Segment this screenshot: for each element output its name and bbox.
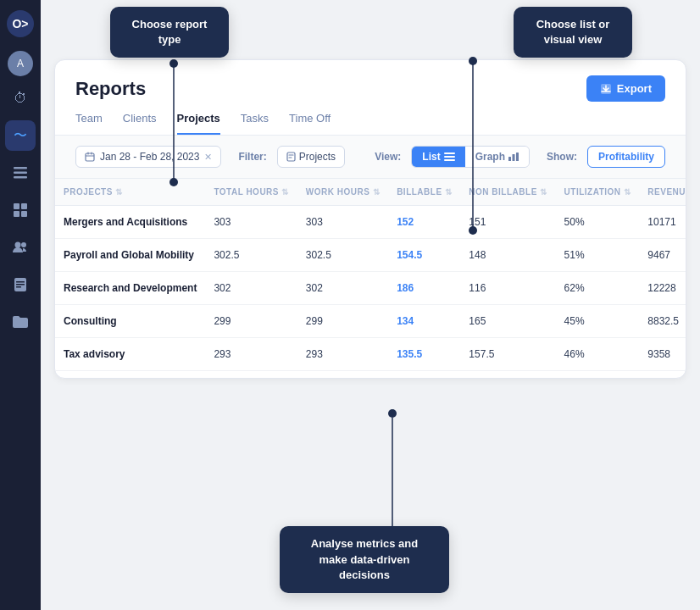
work-hours-cell: 302.5 (297, 239, 388, 272)
filter-label: Filter: (238, 151, 266, 163)
work-hours-cell: 302 (297, 272, 388, 305)
date-range-filter[interactable]: Jan 28 - Feb 28, 2023 ✕ (75, 146, 221, 168)
table-row: Mergers and Acquisitions 303 303 152 151… (55, 206, 686, 239)
work-hours-cell: 293 (297, 338, 388, 371)
revenues-cell: 8832.5 (639, 305, 686, 338)
revenues-cell: 9467 (639, 239, 686, 272)
svg-rect-6 (21, 211, 27, 217)
col-total-hours: TOTAL HOURS ⇅ (205, 179, 297, 206)
revenues-cell: 10171 (639, 206, 686, 239)
table-row: Consulting 299 299 134 165 45% 8832.5 52… (55, 305, 686, 338)
revenues-cell: 9358 (639, 338, 686, 371)
svg-rect-21 (516, 152, 519, 161)
tabs-bar: Team Clients Projects Tasks Time Off (55, 102, 686, 136)
avatar-icon[interactable]: A (8, 51, 33, 76)
utilization-cell: 62% (556, 272, 640, 305)
table-row: Tax advisory 293 293 135.5 157.5 46% 935… (55, 338, 686, 371)
sidebar-item-timer[interactable]: ⏱ (5, 83, 36, 114)
project-name-cell: Payroll and Global Mobility (55, 239, 205, 272)
svg-rect-0 (14, 167, 27, 169)
tab-team[interactable]: Team (75, 112, 103, 135)
data-table: PROJECTS ⇅ TOTAL HOURS ⇅ WORK HOURS ⇅ BI… (55, 179, 686, 371)
col-revenues: REVENUES ⇅ (639, 179, 686, 206)
filter-tag[interactable]: Projects (277, 146, 345, 168)
sidebar-item-document[interactable] (5, 269, 36, 300)
svg-rect-17 (444, 156, 455, 158)
project-name-cell: Mergers and Acquisitions (55, 206, 205, 239)
sidebar-logo[interactable]: O> (7, 10, 34, 37)
non-billable-cell: 116 (460, 272, 555, 305)
svg-rect-15 (287, 152, 295, 161)
utilization-cell: 45% (556, 305, 640, 338)
svg-rect-12 (16, 286, 21, 288)
total-hours-cell: 303 (205, 206, 297, 239)
revenues-cell: 12228 (639, 272, 686, 305)
sidebar-item-people[interactable] (5, 232, 36, 263)
total-hours-cell: 302.5 (205, 239, 297, 272)
svg-rect-14 (86, 153, 94, 161)
utilization-cell: 51% (556, 239, 640, 272)
card-header: Reports Export (55, 60, 686, 102)
svg-rect-19 (508, 157, 511, 161)
report-card: Reports Export Team Clients Projects Tas… (54, 59, 686, 379)
sidebar-item-folder[interactable] (5, 307, 36, 337)
project-name-cell: Research and Development (55, 272, 205, 305)
col-projects: PROJECTS ⇅ (55, 179, 205, 206)
total-hours-cell: 299 (205, 305, 297, 338)
svg-rect-18 (444, 159, 455, 161)
toolbar: Jan 28 - Feb 28, 2023 ✕ Filter: Projects… (55, 136, 686, 179)
svg-rect-11 (16, 284, 25, 286)
svg-rect-2 (14, 176, 27, 179)
billable-cell: 186 (388, 272, 460, 305)
data-table-wrap: PROJECTS ⇅ TOTAL HOURS ⇅ WORK HOURS ⇅ BI… (55, 179, 686, 378)
tab-time-off[interactable]: Time Off (289, 112, 331, 135)
view-toggle: List Graph (411, 146, 530, 168)
graph-view-button[interactable]: Graph (465, 147, 529, 167)
col-non-billable: NON BILLABLE ⇅ (460, 179, 555, 206)
list-view-button[interactable]: List (412, 147, 464, 167)
tooltip-choose-report: Choose report type (110, 7, 229, 58)
main-content: Reports Export Team Clients Projects Tas… (41, 0, 700, 610)
sidebar-item-analytics[interactable]: 〜 (5, 120, 36, 151)
billable-cell: 134 (388, 305, 460, 338)
col-utilization: UTILIZATION ⇅ (556, 179, 640, 206)
work-hours-cell: 303 (297, 206, 388, 239)
svg-rect-4 (21, 203, 27, 209)
utilization-cell: 46% (556, 338, 640, 371)
table-row: Payroll and Global Mobility 302.5 302.5 … (55, 239, 686, 272)
svg-point-7 (15, 242, 21, 248)
total-hours-cell: 293 (205, 338, 297, 371)
col-billable: BILLABLE ⇅ (388, 179, 460, 206)
tooltip-choose-view: Choose list or visual view (514, 7, 632, 58)
tab-tasks[interactable]: Tasks (241, 112, 269, 135)
show-label: Show: (547, 151, 577, 163)
page-title: Reports (75, 78, 146, 100)
billable-cell: 152 (388, 206, 460, 239)
non-billable-cell: 148 (460, 239, 555, 272)
non-billable-cell: 165 (460, 305, 555, 338)
billable-cell: 154.5 (388, 239, 460, 272)
svg-rect-16 (444, 152, 455, 154)
billable-cell: 135.5 (388, 338, 460, 371)
project-name-cell: Consulting (55, 305, 205, 338)
col-work-hours: WORK HOURS ⇅ (297, 179, 388, 206)
filter-value: Projects (299, 151, 336, 163)
svg-rect-20 (512, 154, 514, 161)
tab-clients[interactable]: Clients (123, 112, 157, 135)
profitability-button[interactable]: Profitability (587, 146, 665, 168)
non-billable-cell: 157.5 (460, 338, 555, 371)
sidebar-item-grid[interactable] (5, 195, 36, 225)
total-hours-cell: 302 (205, 272, 297, 305)
date-clear-icon[interactable]: ✕ (204, 152, 212, 163)
tab-projects[interactable]: Projects (177, 112, 220, 135)
table-row: Research and Development 302 302 186 116… (55, 272, 686, 305)
export-button[interactable]: Export (586, 75, 665, 102)
sidebar-item-list[interactable] (5, 158, 36, 188)
date-range-value: Jan 28 - Feb 28, 2023 (100, 151, 199, 163)
sidebar: O> A ⏱ 〜 (0, 0, 41, 610)
tooltip-analyse-metrics: Analyse metrics and make data-driven dec… (280, 526, 449, 593)
svg-rect-1 (14, 172, 27, 175)
utilization-cell: 50% (556, 206, 640, 239)
svg-point-8 (21, 242, 26, 247)
svg-rect-10 (16, 281, 25, 283)
